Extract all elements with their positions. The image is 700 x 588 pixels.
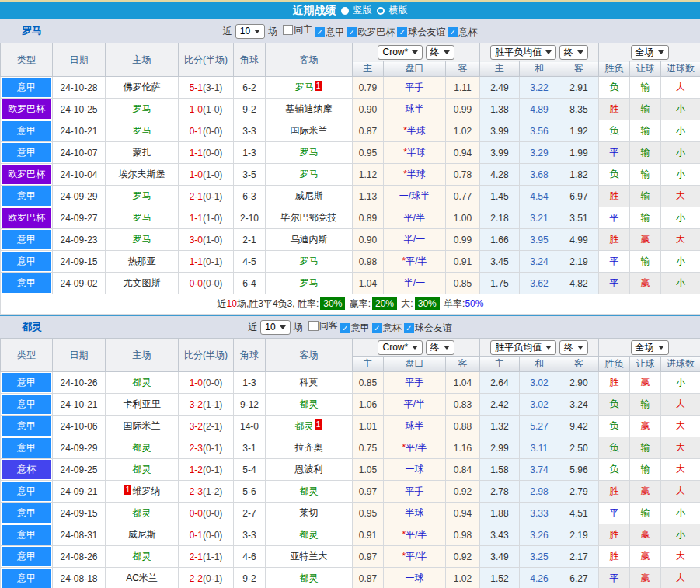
type-cell: 意甲 <box>1 273 53 294</box>
team-link[interactable]: 科莫 <box>300 377 319 388</box>
col-type: 类型 <box>1 43 53 77</box>
handicap-cell: 平手 <box>384 77 446 99</box>
scope-select[interactable]: 全场 <box>631 45 669 60</box>
horizontal-radio-label[interactable]: 横版 <box>389 4 408 17</box>
filter-checkbox-意杯[interactable]: ✓意杯 <box>448 26 477 39</box>
league-badge: 意甲 <box>2 503 51 523</box>
filter-checkbox-欧罗巴杯[interactable]: ✓欧罗巴杯 <box>347 26 395 39</box>
team-link[interactable]: 威尼斯 <box>128 529 156 540</box>
team-link[interactable]: AC米兰 <box>126 572 158 583</box>
team-link[interactable]: 乌迪内斯 <box>291 234 328 245</box>
team-link[interactable]: 都灵 <box>133 551 151 562</box>
team-link[interactable]: 都灵 <box>133 377 151 388</box>
date-cell: 24-09-29 <box>53 186 106 207</box>
home-odds-cell: 1.04 <box>353 273 384 294</box>
team-link[interactable]: 基辅迪纳摩 <box>286 103 333 114</box>
avg-away-cell: 2.50 <box>559 437 599 459</box>
checked-checkbox-icon[interactable]: ✓ <box>340 323 350 333</box>
team-link[interactable]: 蒙扎 <box>133 147 151 158</box>
match-count-select[interactable]: 10 <box>235 24 265 39</box>
date-cell: 24-09-02 <box>53 273 106 294</box>
bookmaker-select[interactable]: Crow* <box>378 340 423 355</box>
team-link[interactable]: 罗马 <box>300 147 319 158</box>
league-badge: 意甲 <box>2 482 51 501</box>
match-row: 意甲24-09-23罗马3-0(1-0)2-1乌迪内斯0.90半/一0.991.… <box>1 229 700 251</box>
filter-checkbox-球会友谊[interactable]: ✓球会友谊 <box>397 26 445 39</box>
horizontal-radio[interactable] <box>377 7 385 15</box>
team-link[interactable]: 佛罗伦萨 <box>124 82 161 92</box>
team-link[interactable]: 尤文图斯 <box>124 277 161 288</box>
team-link[interactable]: 国际米兰 <box>291 125 328 136</box>
bookmaker-select[interactable]: Crow* <box>378 45 423 60</box>
checked-checkbox-icon[interactable]: ✓ <box>315 27 325 37</box>
summary-text: 赢率: <box>347 298 371 309</box>
team-link[interactable]: 维罗纳 <box>132 485 160 496</box>
team-link[interactable]: 都灵 <box>295 420 314 431</box>
checked-checkbox-icon[interactable]: ✓ <box>404 323 414 333</box>
filter-checkbox-意甲[interactable]: ✓意甲 <box>315 26 344 39</box>
vertical-radio-label[interactable]: 竖版 <box>353 4 372 17</box>
avg-select[interactable]: 胜平负均值 <box>490 45 556 60</box>
col-date: 日期 <box>53 339 106 372</box>
checked-checkbox-icon[interactable]: ✓ <box>372 323 382 333</box>
team-link[interactable]: 罗马 <box>133 212 151 223</box>
odds-stage-select[interactable]: 终 <box>426 340 454 355</box>
checked-checkbox-icon[interactable]: ✓ <box>448 27 458 37</box>
filter-checkbox-意杯[interactable]: ✓意杯 <box>372 322 402 335</box>
chevron-down-icon <box>545 346 552 350</box>
team-link[interactable]: 罗马 <box>300 277 319 288</box>
team-link[interactable]: 热那亚 <box>128 256 156 266</box>
team-link[interactable]: 卡利亚里 <box>124 398 161 409</box>
match-count-select[interactable]: 10 <box>260 320 290 335</box>
unchecked-checkbox-icon[interactable] <box>308 321 319 331</box>
vertical-radio[interactable] <box>341 7 349 15</box>
team-link[interactable]: 威尼斯 <box>295 190 323 201</box>
odds-stage-select[interactable]: 终 <box>426 45 454 60</box>
team-link[interactable]: 都灵 <box>300 529 319 540</box>
filter-checkbox-同客[interactable]: 同客 <box>308 319 338 332</box>
team-link[interactable]: 都灵 <box>133 464 151 475</box>
team-link[interactable]: 拉齐奥 <box>295 442 323 453</box>
team-link[interactable]: 罗马 <box>133 103 151 114</box>
team-link[interactable]: 埃尔夫斯堡 <box>119 169 165 179</box>
avg-away-cell: 3.51 <box>559 207 599 229</box>
handicap-star: * <box>402 551 406 562</box>
team-link[interactable]: 亚特兰大 <box>291 551 328 562</box>
avg-stage-select[interactable]: 终 <box>559 45 588 60</box>
scope-select[interactable]: 全场 <box>631 340 669 355</box>
checked-checkbox-icon[interactable]: ✓ <box>397 27 407 37</box>
full-score: 2-3 <box>190 486 203 497</box>
home-team-cell: 都灵 <box>106 372 179 394</box>
away-odds-cell: 0.94 <box>446 142 480 164</box>
team-link[interactable]: 莱切 <box>300 507 319 518</box>
unchecked-checkbox-icon[interactable] <box>283 25 293 35</box>
col-corner: 角球 <box>234 339 266 372</box>
filter-checkbox-球会友谊[interactable]: ✓球会友谊 <box>404 322 452 335</box>
filter-checkbox-同主[interactable]: 同主 <box>283 23 312 37</box>
home-odds-cell: 0.95 <box>353 503 384 524</box>
away-odds-cell: 0.98 <box>446 524 480 546</box>
team-link[interactable]: 都灵 <box>300 485 319 496</box>
team-link[interactable]: 罗马 <box>300 169 319 179</box>
team-link[interactable]: 都灵 <box>133 442 151 453</box>
team-link[interactable]: 都灵 <box>300 398 319 409</box>
full-score: 2-1 <box>190 191 203 202</box>
team-link[interactable]: 都灵 <box>133 507 151 518</box>
date-cell: 24-10-26 <box>53 372 106 394</box>
team-link[interactable]: 恩波利 <box>295 464 323 475</box>
team-link[interactable]: 罗马 <box>295 82 314 92</box>
avg-stage-select[interactable]: 终 <box>559 340 588 355</box>
away-odds-cell: 0.83 <box>446 394 480 416</box>
team-link[interactable]: 罗马 <box>133 125 151 136</box>
team-link[interactable]: 毕尔巴鄂竞技 <box>281 212 337 223</box>
team-link[interactable]: 都灵 <box>300 572 319 583</box>
team-link[interactable]: 罗马 <box>133 190 151 201</box>
team-link[interactable]: 罗马 <box>300 256 319 266</box>
checked-checkbox-icon[interactable]: ✓ <box>347 27 357 37</box>
filter-checkbox-label: 同主 <box>294 23 312 37</box>
team-link[interactable]: 罗马 <box>133 234 151 245</box>
avg-select[interactable]: 胜平负均值 <box>490 340 556 355</box>
team-link[interactable]: 国际米兰 <box>124 420 161 431</box>
filter-checkbox-意甲[interactable]: ✓意甲 <box>340 322 370 335</box>
home-team-cell: 热那亚 <box>106 251 179 273</box>
